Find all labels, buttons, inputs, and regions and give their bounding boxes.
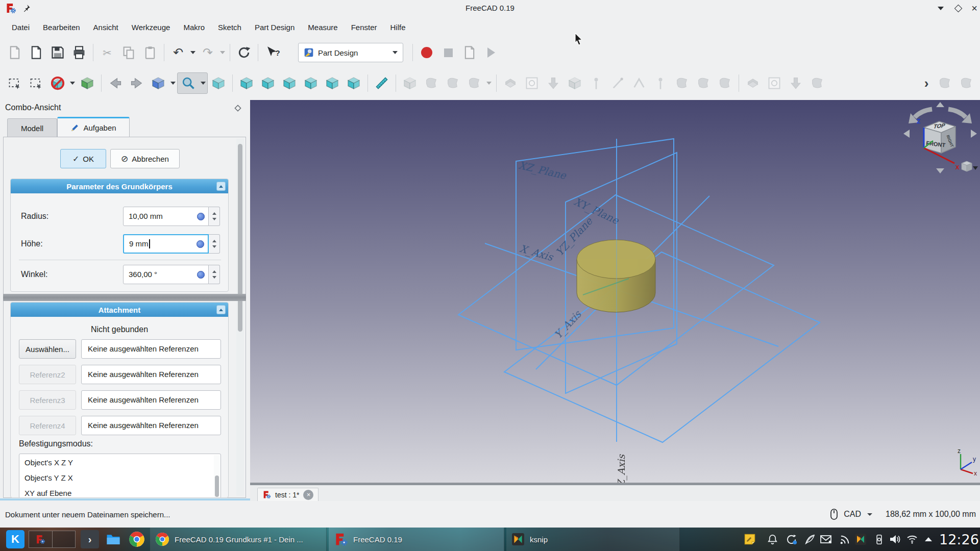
reference1-field[interactable]: Keine ausgewählten Referenzen xyxy=(81,339,221,359)
make-link-button[interactable] xyxy=(442,72,463,94)
reference4-field[interactable]: Keine ausgewählten Referenzen xyxy=(81,416,221,435)
menu-measure[interactable]: Measure xyxy=(301,23,344,32)
virtual-desktop-pager[interactable] xyxy=(29,531,76,548)
clipping-dropdown[interactable] xyxy=(68,72,77,94)
menu-makro[interactable]: Makro xyxy=(177,23,211,32)
chrome-launcher-button[interactable] xyxy=(128,530,146,548)
workbench-selector[interactable]: Part Design xyxy=(298,43,403,62)
undo-dropdown[interactable] xyxy=(189,42,197,63)
expression-icon[interactable] xyxy=(197,213,205,220)
subtractive-loft-button[interactable] xyxy=(806,72,828,94)
redo-dropdown[interactable] xyxy=(218,42,227,63)
texture-view-button[interactable] xyxy=(77,72,98,94)
macro-play-button[interactable] xyxy=(480,42,502,63)
nav-forward-button[interactable] xyxy=(126,72,148,94)
angle-input[interactable]: 360,00 ° xyxy=(123,265,209,284)
reference2-button[interactable]: Referenz2 xyxy=(19,365,76,384)
macros-dialog-button[interactable] xyxy=(459,42,480,63)
file-manager-button[interactable] xyxy=(104,530,122,548)
datum-point-button[interactable] xyxy=(585,72,607,94)
pad-button[interactable] xyxy=(500,72,521,94)
menu-datei[interactable]: Datei xyxy=(5,23,36,32)
groove-button[interactable] xyxy=(564,72,585,94)
tray-network[interactable] xyxy=(837,528,852,551)
tray-volume[interactable] xyxy=(887,528,902,551)
maximize-button[interactable] xyxy=(951,2,965,14)
expression-icon[interactable] xyxy=(197,271,205,279)
subtractive-pocket-button[interactable] xyxy=(785,72,806,94)
attachment-mode-list[interactable]: Object's X Z Y Object's Y Z X XY auf Ebe… xyxy=(19,454,221,498)
primitive-section-header[interactable]: Parameter des Grundkörpers xyxy=(11,179,228,193)
fit-all-button[interactable] xyxy=(178,72,199,94)
view-front-button[interactable] xyxy=(236,72,257,94)
revolution-button[interactable] xyxy=(521,72,543,94)
mouse-mode-dropdown[interactable] xyxy=(867,513,872,516)
print-button[interactable] xyxy=(68,42,90,63)
tray-expand[interactable] xyxy=(922,528,935,551)
list-scrollbar[interactable] xyxy=(214,455,220,498)
expression-icon[interactable] xyxy=(197,240,204,248)
scrollbar-thumb[interactable] xyxy=(238,144,242,332)
menu-werkzeuge[interactable]: Werkzeuge xyxy=(125,23,177,32)
task-ksnip-window[interactable]: ksnip xyxy=(506,528,680,551)
subtractive-sketch-button[interactable] xyxy=(764,72,785,94)
tab-aufgaben[interactable]: Aufgaben xyxy=(57,117,130,137)
3d-viewport[interactable]: XZ_Plane XY_Plane YZ_Plane X_Axis Y_Axis… xyxy=(250,100,980,483)
nav-up-arrow[interactable] xyxy=(936,102,944,107)
nav-mini-cube[interactable] xyxy=(962,161,972,171)
chamfer-button[interactable] xyxy=(955,72,977,94)
menu-bearbeiten[interactable]: Bearbeiten xyxy=(36,23,87,32)
tab-modell[interactable]: Modell xyxy=(7,118,57,137)
close-button[interactable]: × xyxy=(968,2,980,14)
tray-wifi[interactable] xyxy=(904,528,920,551)
whats-this-button[interactable]: ? xyxy=(261,42,283,63)
nav-menu-dropdown[interactable] xyxy=(973,166,978,170)
list-scrollbar-thumb[interactable] xyxy=(215,475,219,497)
reference3-field[interactable]: Keine ausgewählten Referenzen xyxy=(81,390,221,410)
view-bottom-button[interactable] xyxy=(322,72,343,94)
app-launcher-button[interactable]: K xyxy=(6,530,24,548)
pocket-button[interactable] xyxy=(543,72,564,94)
box-selection-button[interactable] xyxy=(26,72,47,94)
toolbar-overflow-button[interactable]: › xyxy=(919,72,934,94)
list-item[interactable]: XY auf Ebene xyxy=(24,489,71,497)
tab-close-button[interactable]: × xyxy=(303,490,313,500)
axonometric-dropdown[interactable] xyxy=(169,72,177,94)
local-cs-button[interactable] xyxy=(650,72,671,94)
menu-ansicht[interactable]: Ansicht xyxy=(87,23,125,32)
menu-fenster[interactable]: Fenster xyxy=(345,23,384,32)
rotate-ccw-arrow[interactable] xyxy=(915,109,932,117)
tray-pen-app[interactable] xyxy=(802,528,817,551)
task-chrome-window[interactable]: FreeCAD 0.19 Grundkurs #1 - Dein ... xyxy=(150,528,327,551)
cancel-button[interactable]: ⊘ Abbrechen xyxy=(110,149,180,168)
macro-record-button[interactable] xyxy=(416,42,437,63)
hole-button[interactable] xyxy=(742,72,764,94)
macro-stop-button[interactable] xyxy=(437,42,459,63)
attachment-section-header[interactable]: Attachment xyxy=(11,303,228,317)
angle-spinner[interactable] xyxy=(209,265,220,284)
paste-button[interactable] xyxy=(139,42,161,63)
menu-part-design[interactable]: Part Design xyxy=(248,23,301,32)
taskbar-clock[interactable]: 12:26 xyxy=(939,528,979,551)
zoom-dropdown[interactable] xyxy=(199,72,207,94)
float-panel-icon[interactable] xyxy=(234,104,242,112)
radius-input[interactable]: 10,00 mm xyxy=(123,207,209,226)
tray-mail[interactable] xyxy=(818,528,834,551)
height-spinner[interactable] xyxy=(209,234,220,254)
menu-sketch[interactable]: Sketch xyxy=(211,23,248,32)
menu-hilfe[interactable]: Hilfe xyxy=(384,23,412,32)
nav-back-button[interactable] xyxy=(105,72,126,94)
axonometric-view-button[interactable] xyxy=(148,72,169,94)
clone-button[interactable] xyxy=(714,72,736,94)
title-bar[interactable]: FreeCAD 0.19 × xyxy=(0,0,980,16)
height-input[interactable]: 9 mm xyxy=(123,234,209,254)
view-left-button[interactable] xyxy=(343,72,364,94)
panel-splitter[interactable] xyxy=(3,294,246,301)
refresh-button[interactable] xyxy=(233,42,255,63)
create-group-button[interactable] xyxy=(421,72,442,94)
pager-desktop-2[interactable] xyxy=(52,531,76,547)
cut-button[interactable]: ✂ xyxy=(96,42,118,63)
tray-notes[interactable] xyxy=(741,528,758,551)
tray-kdeconnect[interactable] xyxy=(872,528,886,551)
list-item[interactable]: Object's X Z Y xyxy=(24,458,73,467)
